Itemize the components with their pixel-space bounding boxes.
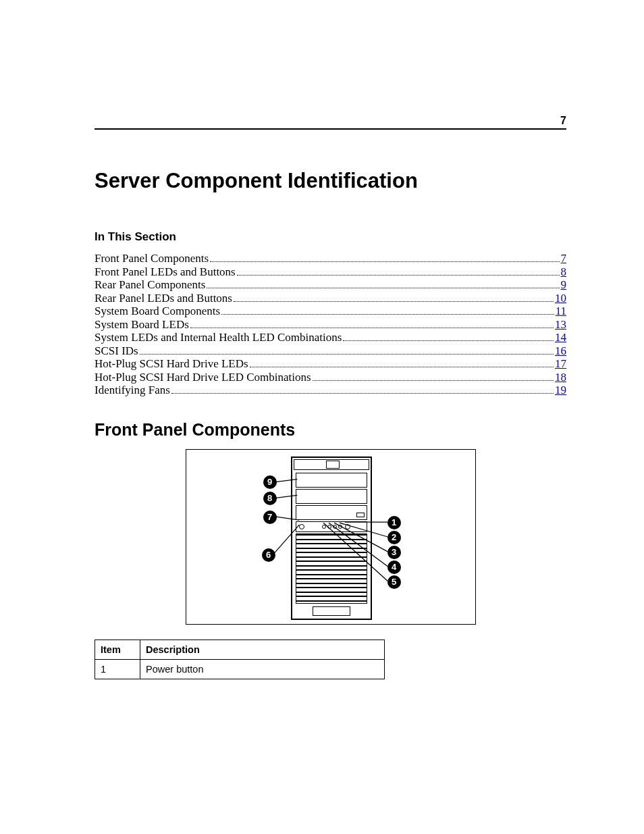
toc-row: Hot-Plug SCSI Hard Drive LEDs17 xyxy=(95,357,566,371)
in-this-section-heading: In This Section xyxy=(95,230,566,244)
toc-page-link[interactable]: 16 xyxy=(555,344,566,358)
toc-leader-dots xyxy=(343,332,554,341)
toc-label: Hot-Plug SCSI Hard Drive LED Combination… xyxy=(95,371,311,384)
callout-3: 3 xyxy=(387,546,401,559)
table-cell-item: 1 xyxy=(95,660,140,679)
toc-leader-dots xyxy=(237,267,560,276)
callout-5: 5 xyxy=(387,575,401,589)
toc-page-link[interactable]: 7 xyxy=(561,252,567,265)
toc-page-link[interactable]: 19 xyxy=(555,384,566,397)
toc-row: Rear Panel LEDs and Buttons10 xyxy=(95,292,566,305)
toc-leader-dots xyxy=(210,253,559,262)
toc-page-link[interactable]: 14 xyxy=(555,331,566,344)
toc-page-link[interactable]: 8 xyxy=(561,265,567,279)
callout-7: 7 xyxy=(263,511,277,524)
toc-label: System Board LEDs xyxy=(95,318,189,332)
toc-leader-dots xyxy=(140,346,554,355)
component-table: Item Description 1Power button xyxy=(95,640,385,679)
toc-list: Front Panel Components7Front Panel LEDs … xyxy=(95,252,566,397)
page-title: Server Component Identification xyxy=(95,169,566,193)
callout-9: 9 xyxy=(263,475,277,489)
front-panel-diagram: 9 8 7 6 1 2 3 4 5 xyxy=(186,449,476,625)
toc-page-link[interactable]: 17 xyxy=(555,357,566,371)
section-heading-front-panel-components: Front Panel Components xyxy=(95,420,566,440)
toc-row: System Board Components11 xyxy=(95,305,566,318)
toc-label: System LEDs and Internal Health LED Comb… xyxy=(95,331,342,344)
callout-4: 4 xyxy=(387,561,401,574)
toc-row: Front Panel LEDs and Buttons8 xyxy=(95,265,566,279)
toc-row: System Board LEDs13 xyxy=(95,318,566,332)
toc-page-link[interactable]: 11 xyxy=(556,305,566,318)
toc-row: SCSI IDs16 xyxy=(95,344,566,358)
toc-page-link[interactable]: 9 xyxy=(561,278,567,292)
callout-6: 6 xyxy=(262,548,275,562)
toc-row: Rear Panel Components9 xyxy=(95,278,566,292)
toc-label: Rear Panel Components xyxy=(95,278,205,292)
callout-1: 1 xyxy=(387,516,401,529)
toc-row: System LEDs and Internal Health LED Comb… xyxy=(95,331,566,344)
toc-page-link[interactable]: 13 xyxy=(555,318,566,332)
toc-leader-dots xyxy=(250,359,554,367)
table-header-description: Description xyxy=(140,640,385,660)
toc-label: Front Panel LEDs and Buttons xyxy=(95,265,236,279)
toc-label: Hot-Plug SCSI Hard Drive LEDs xyxy=(95,357,248,371)
page-number: 7 xyxy=(95,115,566,130)
toc-label: System Board Components xyxy=(95,305,220,318)
toc-row: Front Panel Components7 xyxy=(95,252,566,265)
toc-row: Identifying Fans19 xyxy=(95,384,566,397)
toc-row: Hot-Plug SCSI Hard Drive LED Combination… xyxy=(95,371,566,384)
toc-page-link[interactable]: 18 xyxy=(555,371,566,384)
toc-page-link[interactable]: 10 xyxy=(555,292,566,305)
toc-label: Rear Panel LEDs and Buttons xyxy=(95,292,232,305)
server-tower-outline xyxy=(291,457,372,620)
toc-leader-dots xyxy=(190,319,554,328)
toc-label: SCSI IDs xyxy=(95,344,138,358)
callout-2: 2 xyxy=(387,531,401,544)
toc-label: Front Panel Components xyxy=(95,252,209,265)
toc-label: Identifying Fans xyxy=(95,384,170,397)
table-cell-description: Power button xyxy=(140,660,385,679)
toc-leader-dots xyxy=(234,293,554,302)
toc-leader-dots xyxy=(221,306,554,315)
toc-leader-dots xyxy=(171,386,554,394)
toc-leader-dots xyxy=(313,372,554,381)
toc-leader-dots xyxy=(207,280,559,288)
callout-8: 8 xyxy=(263,492,277,505)
table-header-item: Item xyxy=(95,640,140,660)
table-row: 1Power button xyxy=(95,660,385,679)
